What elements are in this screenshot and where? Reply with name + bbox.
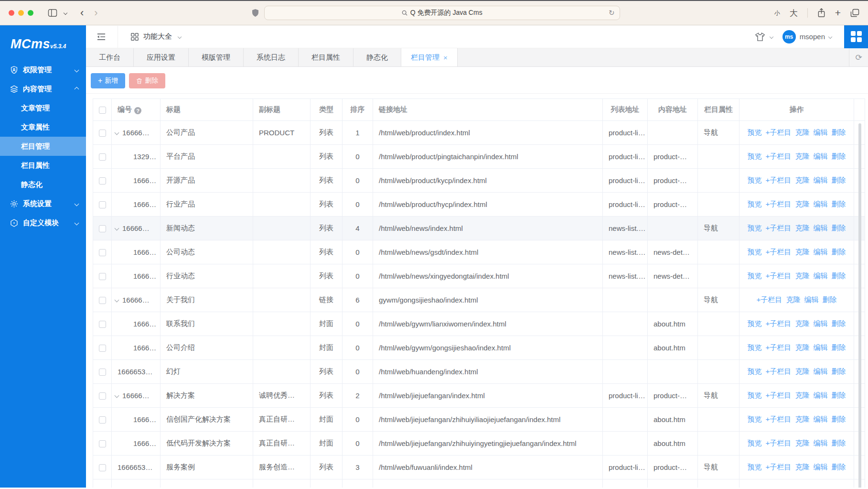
clone-link[interactable]: 克隆 [795,128,809,136]
edit-link[interactable]: 编辑 [804,295,818,304]
add-sub-category-link[interactable]: +子栏目 [766,128,792,136]
edit-link[interactable]: 编辑 [813,415,827,423]
avatar[interactable]: ms [782,30,796,43]
add-sub-category-link[interactable]: +子栏目 [766,343,792,351]
row-checkbox[interactable] [99,464,106,471]
preview-link[interactable]: 预览 [748,367,762,375]
collapse-sidebar-icon[interactable] [96,33,106,41]
tab-workbench[interactable]: 工作台 [86,48,134,66]
clone-link[interactable]: 克隆 [795,463,809,471]
edit-link[interactable]: 编辑 [813,224,827,232]
clone-link[interactable]: 克隆 [786,295,800,304]
add-button[interactable]: + 新增 [91,73,125,88]
edit-link[interactable]: 编辑 [813,319,827,327]
new-tab-icon[interactable]: + [835,7,841,19]
add-sub-category-link[interactable]: +子栏目 [766,319,792,327]
add-sub-category-link[interactable]: +子栏目 [766,367,792,375]
preview-link[interactable]: 预览 [748,128,762,136]
delete-link[interactable]: 删除 [831,152,846,160]
clone-link[interactable]: 克隆 [795,439,809,447]
add-sub-category-link[interactable]: +子栏目 [766,200,792,208]
edit-link[interactable]: 编辑 [813,128,827,136]
sidebar-item-static[interactable]: 静态化 [0,175,86,194]
edit-link[interactable]: 编辑 [813,272,827,280]
delete-link[interactable]: 删除 [831,272,846,280]
preview-link[interactable]: 预览 [748,391,762,399]
chevron-down-icon[interactable] [828,34,832,38]
clone-link[interactable]: 克隆 [795,367,809,375]
edit-link[interactable]: 编辑 [813,248,827,256]
add-sub-category-link[interactable]: +子栏目 [757,295,782,304]
row-checkbox[interactable] [99,321,106,328]
reload-icon[interactable]: ↻ [609,9,615,17]
delete-link[interactable]: 删除 [831,224,846,232]
delete-link[interactable]: 删除 [831,176,846,184]
vertical-scrollbar[interactable] [858,123,861,488]
delete-link[interactable]: 删除 [831,391,846,399]
browser-sidebar-icon[interactable] [48,9,57,17]
preview-link[interactable]: 预览 [748,272,762,280]
clone-link[interactable]: 克隆 [795,415,809,423]
minimize-window-button[interactable] [18,10,24,16]
delete-link[interactable]: 删除 [831,463,846,471]
row-checkbox[interactable] [99,225,106,232]
sidebar-item-permissions[interactable]: 权限管理 [0,60,86,79]
row-checkbox[interactable] [99,440,106,447]
text-size-increase-button[interactable]: 大 [790,8,798,19]
back-icon[interactable]: ‹ [80,8,84,18]
delete-link[interactable]: 删除 [831,415,846,423]
text-size-decrease-button[interactable]: 小 [774,9,780,17]
preview-link[interactable]: 预览 [748,415,762,423]
sidebar-item-content[interactable]: 内容管理 [0,79,86,98]
add-sub-category-link[interactable]: +子栏目 [766,248,792,256]
delete-link[interactable]: 删除 [831,439,846,447]
edit-link[interactable]: 编辑 [813,439,827,447]
tab-static[interactable]: 静态化 [354,48,401,66]
add-sub-category-link[interactable]: +子栏目 [766,391,792,399]
row-checkbox[interactable] [99,297,106,304]
help-icon[interactable]: ? [134,107,141,114]
preview-link[interactable]: 预览 [748,439,762,447]
expand-caret-icon[interactable] [115,298,119,303]
preview-link[interactable]: 预览 [748,248,762,256]
add-sub-category-link[interactable]: +子栏目 [766,439,792,447]
delete-link[interactable]: 删除 [831,319,846,327]
clone-link[interactable]: 克隆 [795,176,809,184]
close-window-button[interactable] [9,10,14,16]
row-checkbox[interactable] [99,392,106,400]
chevron-down-icon[interactable] [769,34,773,38]
row-checkbox[interactable] [99,177,106,185]
delete-button[interactable]: 删除 [129,73,165,88]
row-checkbox[interactable] [99,369,106,376]
tab-category-manage[interactable]: 栏目管理 × [401,48,458,66]
preview-link[interactable]: 预览 [748,224,762,232]
sidebar-item-category-attr[interactable]: 栏目属性 [0,156,86,175]
clone-link[interactable]: 克隆 [795,319,809,327]
sidebar-item-system[interactable]: 系统设置 [0,194,86,213]
share-icon[interactable] [817,8,825,18]
add-sub-category-link[interactable]: +子栏目 [766,176,792,184]
chevron-down-icon[interactable] [64,11,67,15]
refresh-tab-button[interactable]: ⟳ [849,48,868,66]
add-sub-category-link[interactable]: +子栏目 [766,224,792,232]
edit-link[interactable]: 编辑 [813,391,827,399]
edit-link[interactable]: 编辑 [813,343,827,351]
preview-link[interactable]: 预览 [748,200,762,208]
tab-close-icon[interactable]: × [443,54,448,61]
edit-link[interactable]: 编辑 [813,463,827,471]
clone-link[interactable]: 克隆 [795,200,809,208]
clone-link[interactable]: 克隆 [795,248,809,256]
select-all-checkbox[interactable] [99,107,106,114]
row-checkbox[interactable] [99,153,106,161]
row-checkbox[interactable] [99,416,106,424]
expand-caret-icon[interactable] [115,226,119,231]
expand-caret-icon[interactable] [115,130,119,135]
delete-link[interactable]: 删除 [831,367,846,375]
theme-icon[interactable] [755,32,765,42]
tab-app-settings[interactable]: 应用设置 [134,48,189,66]
edit-link[interactable]: 编辑 [813,367,827,375]
clone-link[interactable]: 克隆 [795,272,809,280]
add-sub-category-link[interactable]: +子栏目 [766,415,792,423]
delete-link[interactable]: 删除 [822,295,836,304]
tab-overview-icon[interactable] [850,9,859,17]
